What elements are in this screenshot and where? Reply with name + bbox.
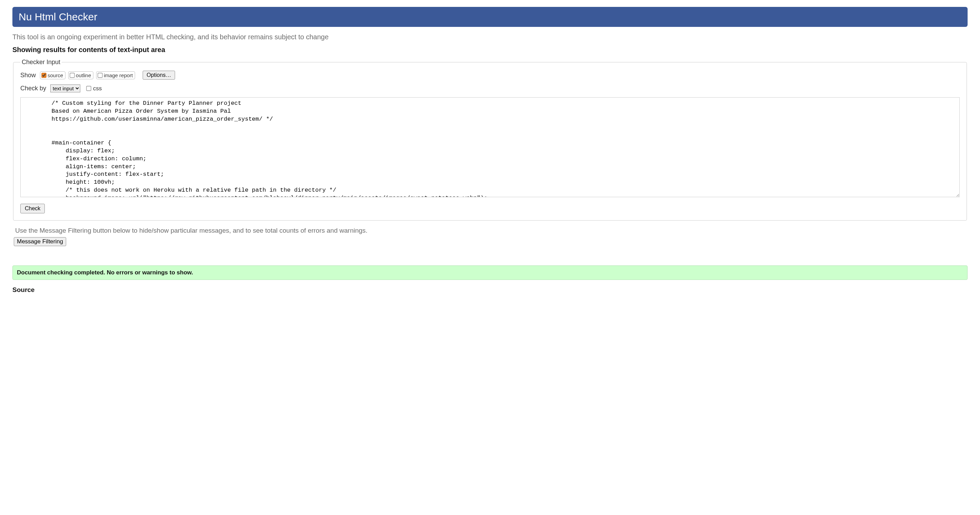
show-label: Show: [20, 72, 36, 79]
css-checkbox-label: css: [93, 85, 102, 92]
show-row: Show source outline image report Options…: [20, 71, 960, 80]
image-report-checkbox-label: image report: [104, 72, 133, 78]
source-textarea[interactable]: [20, 97, 960, 197]
source-heading: Source: [13, 286, 967, 294]
source-checkbox-label: source: [48, 72, 63, 78]
checker-input-fieldset: Checker Input Show source outline image …: [13, 59, 967, 221]
outline-checkbox-group[interactable]: outline: [68, 71, 93, 79]
checker-input-legend: Checker Input: [20, 59, 62, 66]
results-heading: Showing results for contents of text-inp…: [13, 46, 967, 54]
outline-checkbox-label: outline: [76, 72, 91, 78]
message-filtering-button[interactable]: Message Filtering: [14, 237, 66, 246]
outline-checkbox[interactable]: [70, 73, 75, 78]
css-checkbox-group[interactable]: css: [85, 85, 102, 92]
options-button[interactable]: Options…: [143, 71, 175, 80]
checkby-row: Check by text input css: [20, 85, 960, 92]
check-button[interactable]: Check: [20, 204, 45, 214]
source-checkbox[interactable]: [41, 73, 46, 78]
checkby-select[interactable]: text input: [50, 85, 80, 92]
source-checkbox-group[interactable]: source: [40, 71, 65, 79]
checkby-label: Check by: [20, 85, 46, 92]
subtitle-text: This tool is an ongoing experiment in be…: [13, 33, 967, 41]
css-checkbox[interactable]: [86, 86, 91, 91]
image-report-checkbox-group[interactable]: image report: [96, 71, 135, 79]
filter-description: Use the Message Filtering button below t…: [15, 227, 967, 234]
image-report-checkbox[interactable]: [98, 73, 103, 78]
success-banner: Document checking completed. No errors o…: [13, 265, 967, 280]
page-title: Nu Html Checker: [19, 11, 97, 22]
page-header: Nu Html Checker: [13, 7, 967, 27]
